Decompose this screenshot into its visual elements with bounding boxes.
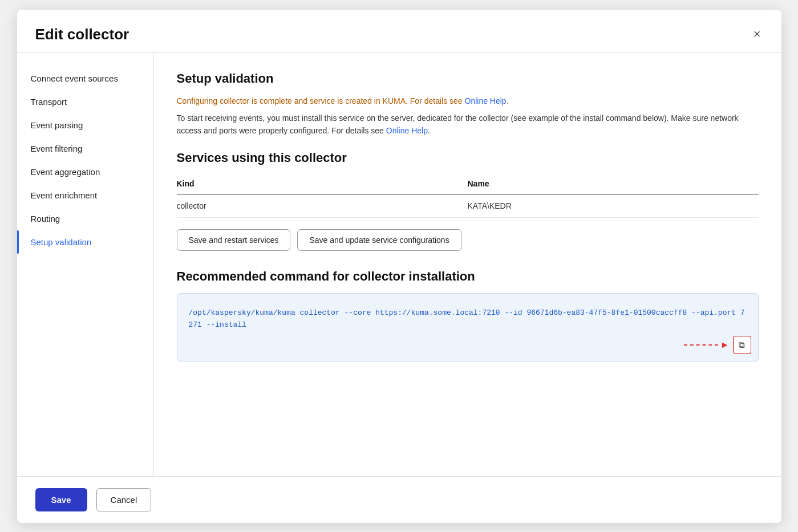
sidebar-item-event-aggregation[interactable]: Event aggregation (17, 160, 153, 184)
save-restart-button[interactable]: Save and restart services (177, 229, 291, 251)
action-buttons: Save and restart services Save and updat… (177, 229, 759, 251)
table-row: collector KATA\KEDR (177, 194, 759, 218)
sidebar-item-event-enrichment[interactable]: Event enrichment (17, 184, 153, 207)
save-update-button[interactable]: Save and update service configurations (297, 229, 461, 251)
col-name: Name (468, 174, 759, 194)
save-button[interactable]: Save (35, 488, 87, 511)
close-button[interactable]: × (751, 26, 763, 43)
sidebar-item-routing[interactable]: Routing (17, 207, 153, 230)
command-box: /opt/kaspersky/kuma/kuma collector --cor… (177, 293, 759, 362)
sidebar-item-event-filtering[interactable]: Event filtering (17, 137, 153, 160)
cancel-button[interactable]: Cancel (96, 488, 152, 511)
cell-kind: collector (177, 194, 468, 218)
dialog-title: Edit collector (35, 26, 129, 43)
sidebar-item-transport[interactable]: Transport (17, 90, 153, 113)
info-orange: Configuring collector is complete and se… (177, 95, 759, 107)
services-title: Services using this collector (177, 151, 759, 165)
copy-button[interactable]: ⧉ (733, 336, 751, 354)
sidebar-item-connect-event-sources[interactable]: Connect event sources (17, 67, 153, 90)
online-help-link-1[interactable]: Online Help (465, 96, 507, 105)
copy-area: ► ⧉ (684, 336, 751, 354)
main-content: Setup validation Configuring collector i… (154, 53, 781, 476)
dialog-footer: Save Cancel (17, 476, 781, 523)
arrow-head-icon: ► (720, 340, 730, 350)
dashed-arrow: ► (684, 340, 730, 350)
cell-name: KATA\KEDR (468, 194, 759, 218)
dialog-header: Edit collector × (17, 10, 781, 53)
sidebar: Connect event sources Transport Event pa… (17, 53, 154, 476)
sidebar-item-event-parsing[interactable]: Event parsing (17, 113, 153, 137)
dashed-line (684, 344, 718, 346)
edit-collector-dialog: Edit collector × Connect event sources T… (17, 10, 781, 523)
info-black: To start receiving events, you must inst… (177, 112, 759, 137)
command-text: /opt/kaspersky/kuma/kuma collector --cor… (189, 307, 747, 331)
services-table: Kind Name collector KATA\KEDR (177, 174, 759, 218)
command-section-title: Recommended command for collector instal… (177, 269, 759, 284)
dialog-body: Connect event sources Transport Event pa… (17, 53, 781, 476)
col-kind: Kind (177, 174, 468, 194)
sidebar-item-setup-validation[interactable]: Setup validation (17, 230, 153, 254)
online-help-link-2[interactable]: Online Help (386, 126, 428, 135)
setup-validation-title: Setup validation (177, 71, 759, 86)
copy-icon: ⧉ (739, 340, 745, 350)
